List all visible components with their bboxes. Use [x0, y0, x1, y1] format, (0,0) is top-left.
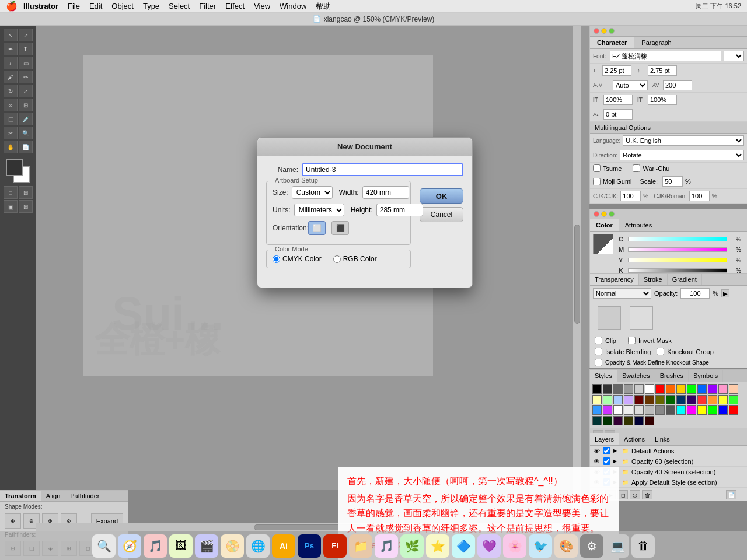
portrait-btn[interactable]: ⬜ — [308, 221, 326, 235]
menu-filter[interactable]: Filter — [194, 1, 221, 12]
font-size-input[interactable] — [602, 65, 631, 76]
leading-input[interactable] — [648, 65, 677, 76]
layer-vis-1[interactable] — [603, 457, 610, 465]
font-style-select[interactable]: - — [724, 51, 744, 61]
dock-app7[interactable]: 💜 — [477, 534, 501, 558]
name-input[interactable] — [302, 163, 463, 176]
swatch-cell[interactable] — [729, 405, 738, 415]
gradient-tool[interactable]: ◫ — [4, 113, 18, 125]
normal-mode-btn[interactable]: □ — [4, 186, 18, 199]
menu-window[interactable]: Window — [275, 1, 311, 12]
dock-imovie[interactable]: 🎬 — [195, 534, 218, 558]
selection-tool[interactable]: ↖ — [4, 29, 18, 41]
dock-app6[interactable]: 🔷 — [452, 534, 475, 558]
width-input[interactable] — [362, 186, 409, 199]
swatch-cell[interactable] — [645, 405, 654, 415]
swatch-cell[interactable] — [624, 395, 633, 404]
tsume-checkbox[interactable] — [593, 164, 601, 172]
swatch-cell[interactable] — [603, 405, 612, 415]
layer-eye-0[interactable]: 👁 — [593, 447, 600, 454]
tab-links[interactable]: Links — [650, 433, 675, 445]
tab-character[interactable]: Character — [590, 37, 634, 48]
landscape-btn[interactable]: ⬛ — [331, 221, 349, 235]
wari-chu-checkbox[interactable] — [633, 164, 640, 172]
cjk-input-1[interactable] — [620, 191, 641, 201]
layer-row[interactable]: 👁 ▶ 📁 Opacity 60 (selection) — [590, 456, 747, 467]
new-layer-btn[interactable]: 📄 — [726, 490, 736, 499]
swatch-cell[interactable] — [624, 384, 633, 394]
swatch-cell[interactable] — [634, 405, 644, 415]
direct-selection-tool[interactable]: ↗ — [19, 29, 33, 41]
opacity-mask-checkbox[interactable] — [595, 359, 602, 366]
swatch-cell[interactable] — [729, 395, 738, 404]
close-btn[interactable] — [594, 28, 599, 34]
cjk-input-2[interactable] — [689, 191, 710, 201]
dock-app1[interactable]: 🌐 — [246, 534, 270, 558]
swatch-cell[interactable] — [676, 395, 686, 404]
mesh-tool[interactable]: ⊞ — [19, 99, 33, 111]
size-select[interactable]: Custom Letter A4 — [292, 186, 333, 199]
locate-object-btn[interactable]: ◎ — [630, 490, 640, 499]
v-scroll-thumb[interactable] — [574, 225, 580, 324]
dock-illustrator[interactable]: Ai — [272, 534, 295, 558]
tab-transform[interactable]: Transform — [0, 491, 41, 501]
opacity-arrow[interactable]: ▶ — [721, 289, 729, 298]
rotate-tool[interactable]: ↻ — [4, 85, 18, 97]
scale-input[interactable] — [662, 176, 683, 187]
dock-itunes[interactable]: 🎵 — [375, 534, 398, 558]
menu-select[interactable]: Select — [164, 1, 194, 12]
tab-actions[interactable]: Actions — [619, 433, 650, 445]
delete-layer-btn[interactable]: 🗑 — [642, 490, 652, 499]
swatch-cell[interactable] — [603, 384, 612, 394]
dock-app4[interactable]: 🌿 — [400, 534, 424, 558]
dock-music[interactable]: 🎵 — [144, 534, 167, 558]
swatch-cell[interactable] — [613, 384, 623, 394]
dock-app5[interactable]: ⭐ — [426, 534, 449, 558]
menu-object[interactable]: Object — [107, 1, 138, 12]
minimize-btn[interactable] — [601, 28, 607, 34]
tab-symbols[interactable]: Symbols — [689, 370, 723, 382]
color-swatch-indicator[interactable] — [593, 234, 613, 254]
pencil-tool[interactable]: ✏ — [19, 71, 33, 83]
menu-type[interactable]: Type — [138, 1, 164, 12]
swatch-cell[interactable] — [718, 384, 728, 394]
swatch-cell[interactable] — [708, 384, 717, 394]
layer-expand-0[interactable]: ▶ — [613, 448, 617, 453]
swatch-cell[interactable] — [603, 416, 612, 425]
blend-mode-select[interactable]: Normal — [593, 288, 651, 299]
layer-vis-0[interactable] — [603, 447, 610, 454]
tab-align[interactable]: Align — [41, 491, 65, 501]
zoom-tool[interactable]: 🔍 — [19, 127, 33, 139]
swatch-cell[interactable] — [655, 384, 665, 394]
horizontal-scale-input[interactable] — [603, 94, 633, 105]
moji-gumi-checkbox[interactable] — [593, 178, 601, 186]
swatch-cell[interactable] — [634, 416, 644, 425]
swatch-cell[interactable] — [676, 405, 686, 415]
tab-swatches[interactable]: Swatches — [617, 370, 655, 382]
swatch-cell[interactable] — [666, 405, 675, 415]
swatch-cell[interactable] — [634, 395, 644, 404]
tab-brushes[interactable]: Brushes — [655, 370, 689, 382]
swatch-cell[interactable] — [708, 395, 717, 404]
unite-btn[interactable]: ⊕ — [5, 513, 21, 528]
dock-app11[interactable]: ⚙ — [580, 534, 603, 558]
baseline-input[interactable] — [603, 109, 633, 120]
cmyk-radio[interactable] — [273, 256, 280, 263]
vertical-scale-input[interactable] — [648, 94, 677, 105]
dock-app3[interactable]: 📁 — [349, 534, 372, 558]
scale-tool[interactable]: ⤢ — [19, 85, 33, 97]
swatch-cell[interactable] — [603, 395, 612, 404]
hand-tool[interactable]: ✋ — [4, 141, 18, 153]
dock-app12[interactable]: 💻 — [606, 534, 629, 558]
eyedropper-tool[interactable]: 💉 — [19, 113, 33, 125]
swatch-cell[interactable] — [624, 405, 633, 415]
invert-mask-checkbox[interactable] — [628, 337, 636, 344]
line-tool[interactable]: / — [4, 57, 18, 69]
layer-row[interactable]: 👁 ▶ 📁 Default Actions — [590, 446, 747, 456]
swatch-cell[interactable] — [655, 395, 665, 404]
menu-view[interactable]: View — [249, 1, 275, 12]
apple-menu[interactable]: 🍎 — [0, 1, 23, 12]
dock-app10[interactable]: 🎨 — [554, 534, 578, 558]
language-select[interactable]: U.K. English — [623, 135, 744, 146]
swatch-cell[interactable] — [645, 395, 654, 404]
